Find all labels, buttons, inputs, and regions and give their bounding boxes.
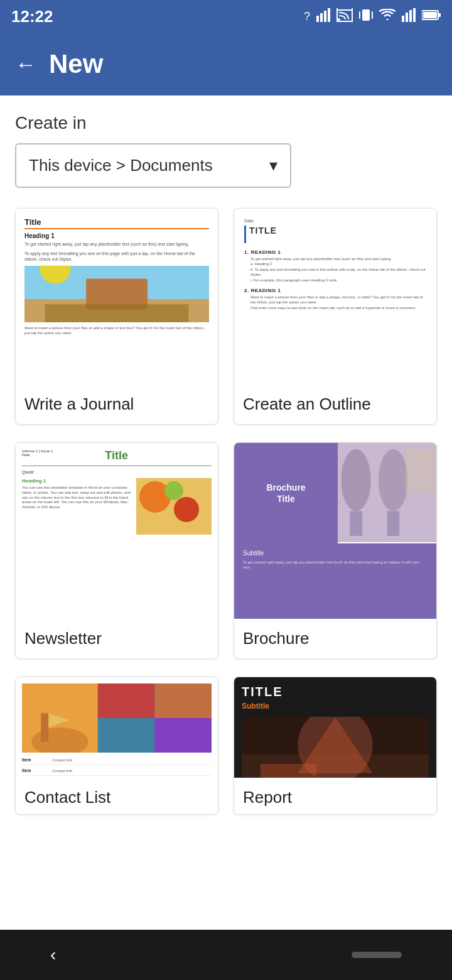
newsletter-image [136,478,212,535]
outline-label: Create an Outline [234,384,436,424]
outline-section1: 1. READING 1 To get started right away, … [244,249,426,283]
template-card-report[interactable]: TITLE Subtitle Report [234,677,437,815]
contacts-header-image [22,683,212,753]
svg-rect-46 [41,713,48,741]
svg-rect-31 [350,511,362,536]
template-card-brochure[interactable]: BrochureTitle [234,442,437,659]
svg-point-29 [341,449,370,511]
svg-rect-6 [336,21,353,22]
journal-image [24,266,209,322]
report-content: TITLE Subtitle [234,677,436,778]
template-preview-newsletter: Volume 1 | Issue 1Date Title Quote Headi… [16,443,218,619]
newsletter-title: Title [105,449,128,462]
svg-rect-2 [324,11,326,22]
nav-back-button[interactable]: ‹ [50,945,56,965]
outline-section2-body: Want to insert a picture from your files… [244,295,426,310]
signal-icon [316,8,330,25]
brochure-img-top [338,443,436,542]
create-in-label: Create in [15,113,437,133]
journal-heading: Heading 1 [24,232,209,239]
svg-rect-23 [45,305,189,323]
template-grid: Title Heading 1 To get started right awa… [15,208,437,815]
signal-unknown-icon: ? [304,10,310,23]
nav-home-indicator[interactable] [352,952,402,958]
contacts-rows: Item Contact Info Item Contact Info [22,758,212,776]
main-content: Create in This device > Documents ▾ Titl… [0,95,452,980]
report-title: TITLE [242,685,429,699]
template-preview-outline: Date TITLE 1. READING 1 To get started r… [234,209,436,384]
location-selector[interactable]: This device > Documents ▾ [15,143,291,188]
contact-row-2: Item Contact Info [22,768,212,776]
contact-row-1: Item Contact Info [22,758,212,765]
brochure-title: BrochureTitle [266,482,305,504]
svg-rect-11 [372,11,373,19]
template-preview-brochure: BrochureTitle [234,443,436,619]
svg-rect-13 [406,13,408,22]
template-card-contacts[interactable]: Item Contact Info Item Contact Info Cont… [15,677,218,815]
svg-rect-44 [154,718,212,753]
template-preview-contacts: Item Contact Info Item Contact Info [16,677,218,778]
svg-rect-10 [359,11,360,19]
svg-rect-0 [316,16,319,22]
outline-date: Date [244,219,426,223]
page-title: New [49,49,103,79]
status-time: 12:22 [11,7,53,26]
signal-bars-filled-icon [402,8,416,25]
svg-rect-15 [413,8,416,22]
status-icons: ? [304,8,441,25]
template-card-newsletter[interactable]: Volume 1 | Issue 1Date Title Quote Headi… [15,442,218,659]
vibrate-icon [359,8,373,25]
svg-rect-17 [438,13,441,17]
location-text: This device > Documents [29,156,213,175]
svg-rect-7 [352,8,353,22]
wifi-icon [379,9,396,24]
newsletter-content: Heading 1 You can use this newsletter te… [22,478,212,535]
template-card-journal[interactable]: Title Heading 1 To get started right awa… [15,208,218,425]
report-label: Report [234,778,436,815]
back-button[interactable]: ← [15,52,36,77]
outline-section2: 2. READING 1 Want to insert a picture fr… [244,288,426,310]
outline-section1-heading: 1. READING 1 [244,249,426,255]
newsletter-header: Volume 1 | Issue 1Date Title [22,449,212,462]
svg-rect-33 [406,449,436,493]
svg-rect-9 [362,9,370,21]
svg-rect-5 [336,8,338,22]
outline-title-block: TITLE [244,226,426,243]
svg-rect-18 [423,12,437,18]
svg-point-27 [164,481,183,500]
template-preview-journal: Title Heading 1 To get started right awa… [16,209,218,384]
report-subtitle: Subtitle [242,702,429,710]
brochure-layout: BrochureTitle [234,443,436,619]
navigation-bar: ‹ [0,930,452,980]
newsletter-divider [22,466,212,466]
template-preview-report: TITLE Subtitle [234,677,436,778]
svg-point-26 [174,497,199,522]
outline-title: TITLE [249,226,277,236]
brochure-bottom: Subtitle To get started right away, just… [234,543,436,619]
journal-divider [24,228,209,229]
journal-title: Title [24,217,209,227]
newsletter-col-body: You can use this newsletter template in … [22,486,131,510]
svg-rect-41 [98,683,155,718]
svg-rect-1 [320,13,323,22]
svg-rect-3 [328,8,330,22]
newsletter-col-heading: Heading 1 [22,478,131,484]
report-image [242,717,429,778]
svg-rect-14 [409,10,412,22]
chevron-down-icon: ▾ [269,156,277,175]
journal-body2: To apply any text formatting you see on … [24,251,209,262]
journal-body: To get started right away, just tap any … [24,241,209,247]
status-bar: 12:22 ? [0,0,452,33]
brochure-images [338,443,436,543]
newsletter-text: Heading 1 You can use this newsletter te… [22,478,131,535]
contacts-label: Contact List [16,778,218,815]
svg-point-8 [338,18,340,21]
svg-rect-43 [154,683,212,718]
template-card-outline[interactable]: Date TITLE 1. READING 1 To get started r… [234,208,437,425]
newsletter-quote: Quote [22,470,212,474]
outline-section1-body: To get started right away, just tap any … [244,256,426,283]
cast-icon [336,8,353,25]
brochure-subtitle: Subtitle [243,550,428,557]
header: ← New [0,33,452,95]
outline-blue-bar [244,226,246,243]
